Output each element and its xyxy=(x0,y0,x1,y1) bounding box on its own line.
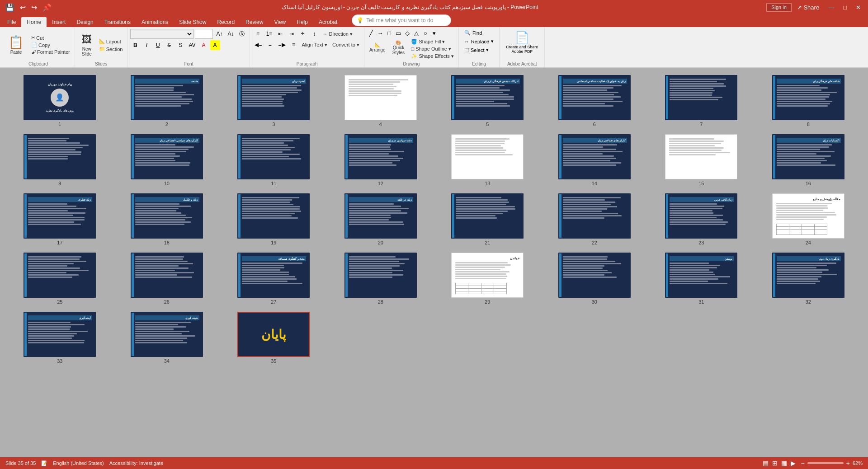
copy-button[interactable]: 📄 Copy xyxy=(29,42,72,48)
strikethrough-button[interactable]: S̶ xyxy=(164,40,174,50)
font-name-select[interactable] xyxy=(130,29,193,39)
shape-fill-button[interactable]: 🪣 Shape Fill ▾ xyxy=(409,38,455,45)
columns-button[interactable]: ⫩ xyxy=(298,29,308,39)
list-item[interactable]: زبان و تکامل18 xyxy=(116,193,218,245)
indent-button[interactable]: ⇥ xyxy=(287,29,297,39)
new-slide-button[interactable]: 🖼 NewSlide xyxy=(78,33,96,58)
list-item[interactable]: آینده گیری33 xyxy=(9,312,111,364)
list-item[interactable]: 9 xyxy=(9,134,111,186)
notes-button[interactable]: 📝 xyxy=(41,460,47,466)
pin-button[interactable]: 📌 xyxy=(41,2,53,13)
zoom-in-button[interactable]: + xyxy=(845,459,851,468)
center-button[interactable]: = xyxy=(265,40,275,50)
clear-format-button[interactable]: Ⓐ xyxy=(237,29,247,39)
maximize-button[interactable]: □ xyxy=(840,3,850,12)
create-pdf-button[interactable]: 📄 Create and ShareAdobe PDF xyxy=(502,29,542,56)
tab-slideshow[interactable]: Slide Show xyxy=(174,17,212,27)
tab-review[interactable]: Review xyxy=(240,17,269,27)
bullets-button[interactable]: ≡ xyxy=(253,29,263,39)
highlight-button[interactable]: A xyxy=(210,40,220,50)
list-item[interactable]: 4 xyxy=(330,75,432,127)
tab-record[interactable]: Record xyxy=(212,17,240,27)
list-item[interactable]: 25 xyxy=(9,253,111,305)
section-button[interactable]: 📁 Section xyxy=(97,46,125,52)
shadow-button[interactable]: S xyxy=(175,40,185,50)
shape-rounded[interactable]: ▭ xyxy=(394,29,402,37)
list-item[interactable]: ادراکات جمعی فرهنگی از زبان5 xyxy=(437,75,538,127)
cut-button[interactable]: ✂ Cut xyxy=(29,34,72,41)
outdent-button[interactable]: ⇤ xyxy=(275,29,285,39)
list-item[interactable]: خواندن 29 xyxy=(437,253,538,305)
list-item[interactable]: بحث و گفتگوی همسالان27 xyxy=(223,253,325,305)
list-item[interactable]: 28 xyxy=(330,253,432,305)
tab-transitions[interactable]: Transitions xyxy=(99,17,136,27)
convert-to-smartart-button[interactable]: Convert to ▾ xyxy=(330,42,361,48)
shape-rect[interactable]: □ xyxy=(385,29,393,37)
list-item[interactable]: زبان کافی درس23 xyxy=(651,193,752,245)
layout-button[interactable]: 📐 Layout xyxy=(97,38,125,45)
justify-button[interactable]: ≡ xyxy=(289,40,299,50)
slide-panel[interactable]: پیام خداوند مهربان 👤 روش های یادگیری نظر… xyxy=(0,68,868,457)
shape-arrow[interactable]: → xyxy=(376,29,384,37)
sign-in-button[interactable]: Sign in xyxy=(766,3,792,12)
list-item[interactable]: کارکردهای شناختی زبان14 xyxy=(544,134,646,186)
font-size-input[interactable]: 18 xyxy=(195,29,213,39)
tell-me-box[interactable]: 💡 Tell me what you want to do xyxy=(352,14,451,26)
list-item[interactable]: پایان 35 xyxy=(223,312,325,364)
align-text-button[interactable]: Align Text ▾ xyxy=(300,42,330,48)
shape-line[interactable]: ╱ xyxy=(367,29,375,37)
zoom-out-button[interactable]: − xyxy=(800,459,806,468)
decrease-font-button[interactable]: A↓ xyxy=(226,29,236,39)
slide-sorter-button[interactable]: ⊞ xyxy=(771,459,778,468)
tab-home[interactable]: Home xyxy=(21,17,47,27)
list-item[interactable]: زبان فطری17 xyxy=(9,193,111,245)
list-item[interactable]: مقاله پژوهش و منابع 24 xyxy=(758,193,859,245)
arrange-button[interactable]: 📐Arrange xyxy=(367,38,388,56)
line-spacing-button[interactable]: ↕ xyxy=(309,29,319,39)
list-item[interactable]: اکتسابات زبان16 xyxy=(758,134,859,186)
reading-view-button[interactable]: ▦ xyxy=(780,459,788,468)
undo-button[interactable]: ↩ xyxy=(18,2,28,13)
slideshow-button[interactable]: ▶ xyxy=(790,459,797,468)
format-painter-button[interactable]: 🖌 Format Painter xyxy=(29,49,72,55)
redo-button[interactable]: ↪ xyxy=(29,2,39,13)
align-right-button[interactable]: =▶ xyxy=(277,40,288,50)
list-item[interactable]: 22 xyxy=(544,193,646,245)
list-item[interactable]: 13 xyxy=(437,134,538,186)
align-left-button[interactable]: ◀= xyxy=(253,40,264,50)
list-item[interactable]: 30 xyxy=(544,253,646,305)
list-item[interactable]: 26 xyxy=(116,253,218,305)
list-item[interactable]: مقدمه2 xyxy=(116,75,218,127)
quick-styles-button[interactable]: 🎨QuickStyles xyxy=(389,38,407,56)
list-item[interactable]: 11 xyxy=(223,134,325,186)
list-item[interactable]: زبان به عنوان یک فعالیت شناختی اجتماعی6 xyxy=(544,75,646,127)
list-item[interactable]: نوشتن31 xyxy=(651,253,752,305)
list-item[interactable]: شاخه های فرهنگی زبان8 xyxy=(758,75,859,127)
list-item[interactable]: پیام خداوند مهربان 👤 روش های یادگیری نظر… xyxy=(9,75,111,127)
italic-button[interactable]: I xyxy=(142,40,151,50)
shape-outline-button[interactable]: □ Shape Outline ▾ xyxy=(409,46,455,52)
char-spacing-button[interactable]: AV xyxy=(187,40,197,50)
close-button[interactable]: ✕ xyxy=(852,3,864,12)
font-color-button[interactable]: A xyxy=(199,40,209,50)
underline-button[interactable]: U xyxy=(153,40,163,50)
list-item[interactable]: نتیجه گیری34 xyxy=(116,312,218,364)
text-direction-button[interactable]: ↔ Direction ▾ xyxy=(321,31,354,38)
tab-design[interactable]: Design xyxy=(71,17,99,27)
save-button[interactable]: 💾 xyxy=(4,2,16,13)
list-item[interactable]: 19 xyxy=(223,193,325,245)
bold-button[interactable]: B xyxy=(130,40,140,50)
replace-button[interactable]: ↔ Replace ▾ xyxy=(462,38,496,45)
zoom-slider[interactable] xyxy=(807,462,844,464)
list-item[interactable]: 21 xyxy=(437,193,538,245)
list-item[interactable]: دقت سیاسی در زبان12 xyxy=(330,134,432,186)
shape-triangle[interactable]: △ xyxy=(412,29,420,37)
numbering-button[interactable]: 1≡ xyxy=(264,29,274,39)
list-item[interactable]: 7 xyxy=(651,75,752,127)
shape-diamond[interactable]: ◇ xyxy=(403,29,411,37)
shape-ellipse[interactable]: ○ xyxy=(421,29,429,37)
list-item[interactable]: زبان در غلفه20 xyxy=(330,193,432,245)
find-button[interactable]: 🔍 Find xyxy=(462,29,496,37)
tab-view[interactable]: View xyxy=(269,17,291,27)
tab-help[interactable]: Help xyxy=(291,17,313,27)
